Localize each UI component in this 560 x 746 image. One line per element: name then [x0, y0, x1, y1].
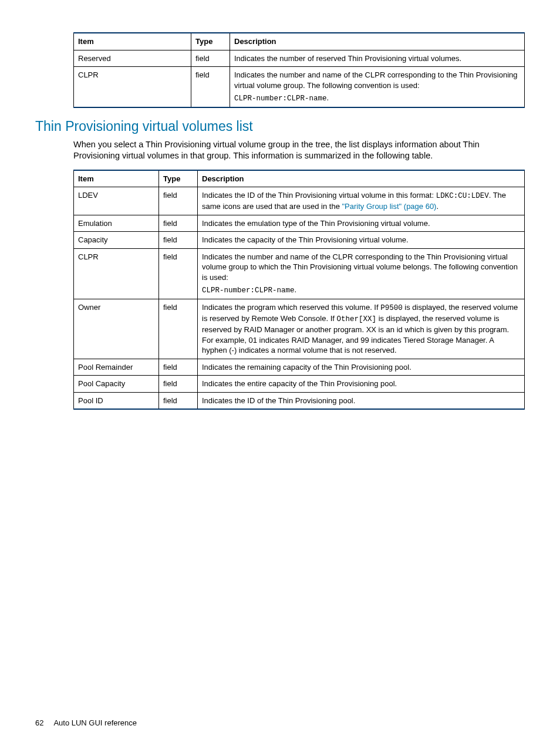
cell-item: Owner [74, 299, 159, 359]
table-row: Emulation field Indicates the emulation … [74, 215, 525, 232]
parity-group-link[interactable]: "Parity Group list" (page 60) [342, 202, 436, 211]
cell-type: field [159, 248, 198, 299]
table-row: Pool Remainder field Indicates the remai… [74, 359, 525, 376]
table-header-row: Item Type Description [74, 170, 525, 187]
desc-text: Indicates the program which reserved thi… [202, 303, 380, 312]
desc-text: Indicates the number and name of the CLP… [234, 70, 518, 90]
table-header-row: Item Type Description [74, 33, 525, 50]
cell-item: CLPR [74, 248, 159, 299]
desc-code: Other[XX] [337, 315, 377, 323]
page-number: 62 [35, 718, 43, 727]
footer-title: Auto LUN GUI reference [53, 718, 137, 727]
table-row: CLPR field Indicates the number and name… [74, 67, 525, 107]
col-type: Type [191, 33, 230, 50]
cell-type: field [191, 67, 230, 107]
col-type: Type [159, 170, 198, 187]
cell-type: field [159, 359, 198, 376]
cell-type: field [159, 187, 198, 215]
desc-period: . [295, 285, 297, 294]
cell-item: Pool Capacity [74, 376, 159, 393]
cell-type: field [159, 215, 198, 232]
col-desc: Description [198, 170, 525, 187]
section-heading: Thin Provisioning virtual volumes list [35, 119, 525, 134]
cell-desc: Indicates the emulation type of the Thin… [198, 215, 525, 232]
cell-desc: Indicates the number of reserved Thin Pr… [230, 50, 525, 67]
cell-desc: Indicates the number and name of the CLP… [230, 67, 525, 107]
cell-desc: Indicates the capacity of the Thin Provi… [198, 232, 525, 249]
cell-item: CLPR [74, 67, 191, 107]
cell-item: LDEV [74, 187, 159, 215]
col-item: Item [74, 170, 159, 187]
cell-desc: Indicates the ID of the Thin Provisionin… [198, 392, 525, 409]
cell-type: field [159, 232, 198, 249]
desc-code: CLPR-number:CLPR-name [234, 94, 327, 103]
cell-type: field [191, 50, 230, 67]
table-virtual-volumes: Item Type Description LDEV field Indicat… [73, 170, 525, 410]
cell-desc: Indicates the entire capacity of the Thi… [198, 376, 525, 393]
page-footer: 62 Auto LUN GUI reference [35, 718, 137, 727]
cell-type: field [159, 392, 198, 409]
cell-item: Pool ID [74, 392, 159, 409]
table-row: LDEV field Indicates the ID of the Thin … [74, 187, 525, 215]
desc-code: P9500 [380, 304, 403, 312]
desc-code: CLPR-number:CLPR-name [202, 286, 295, 295]
table-row: Owner field Indicates the program which … [74, 299, 525, 359]
desc-text: Indicates the ID of the Thin Provisionin… [202, 191, 436, 200]
desc-text: Indicates the number and name of the CLP… [202, 252, 518, 282]
cell-desc: Indicates the ID of the Thin Provisionin… [198, 187, 525, 215]
col-item: Item [74, 33, 191, 50]
cell-item: Pool Remainder [74, 359, 159, 376]
desc-text: . [436, 202, 438, 211]
cell-item: Reserved [74, 50, 191, 67]
desc-period: . [327, 93, 329, 102]
cell-desc: Indicates the program which reserved thi… [198, 299, 525, 359]
table-row: Capacity field Indicates the capacity of… [74, 232, 525, 249]
col-desc: Description [230, 33, 525, 50]
table-row: Pool Capacity field Indicates the entire… [74, 376, 525, 393]
table-row: Pool ID field Indicates the ID of the Th… [74, 392, 525, 409]
desc-code: LDKC:CU:LDEV [436, 192, 489, 200]
cell-item: Emulation [74, 215, 159, 232]
cell-type: field [159, 299, 198, 359]
cell-desc: Indicates the remaining capacity of the … [198, 359, 525, 376]
table-row: Reserved field Indicates the number of r… [74, 50, 525, 67]
table-row: CLPR field Indicates the number and name… [74, 248, 525, 299]
cell-desc: Indicates the number and name of the CLP… [198, 248, 525, 299]
cell-item: Capacity [74, 232, 159, 249]
table-volume-group: Item Type Description Reserved field Ind… [73, 32, 525, 108]
cell-type: field [159, 376, 198, 393]
section-paragraph: When you select a Thin Provisioning virt… [73, 139, 525, 161]
